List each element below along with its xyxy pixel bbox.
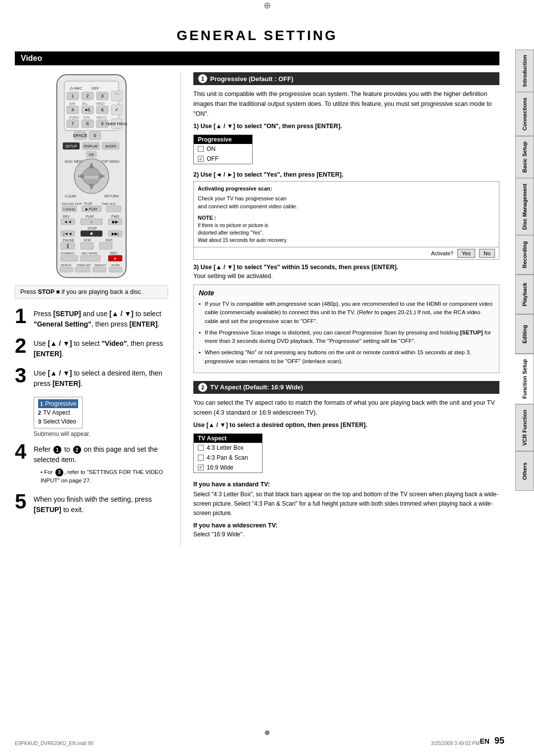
sidebar-tab-connections[interactable]: Connections [515,92,534,136]
column-divider [180,72,181,546]
right-column: 1 Progressive (Default : OFF) This unit … [193,72,499,546]
letterbox-item: 4:3 Letter Box [194,443,262,453]
step4-text: Refer 1 to 2 on this page and set the se… [34,441,168,485]
svg-text:0: 0 [93,133,96,138]
svg-text:SPACE: SPACE [73,133,88,138]
section2-instruction: Use [▲ / ▼] to select a desired option, … [193,422,499,428]
remote-area: @/ ABC DEF 1 2 3 ⌒ GHI JKL MNO [15,72,168,280]
svg-text:●5: ●5 [85,107,90,112]
standard-tv-text: Select "4:3 Letter Box", so that black b… [193,490,499,519]
submenu-item-select-video: 3 Select Video [38,417,78,426]
sidebar-tab-editing[interactable]: Editing [515,314,534,354]
svg-text:7: 7 [71,121,74,126]
submenu-area: 1 Progressive 2 TV Aspect 3 Select Video… [34,395,168,437]
svg-rect-86 [99,242,112,249]
step2-number: 2 [15,335,30,356]
step2-block: 2 Use [▲ / ▼] to select "Video", then pr… [15,335,168,359]
panscan-checkbox [198,455,204,461]
no-button[interactable]: No [479,249,495,258]
two-col-layout: @/ ABC DEF 1 2 3 ⌒ GHI JKL MNO [15,72,499,546]
svg-text:ABC: ABC [74,86,83,91]
step3-number: 3 [15,365,30,386]
sidebar-tab-others[interactable]: Others [515,451,534,491]
svg-text:DVD: DVD [105,238,113,242]
press-stop-note: Press STOP ■ Press STOP ■ if you are pla… [15,285,168,299]
widescreen-tv-title: If you have a widescreen TV: [193,522,499,529]
sidebar-tab-basic-setup[interactable]: Basic Setup [515,136,534,178]
svg-text:▶▶: ▶▶ [112,220,119,224]
standard-tv-section: If you have a standard TV: Select "4:3 L… [193,481,499,519]
tv-aspect-box: TV Aspect 4:3 Letter Box 4:3 Pan & Scan … [193,433,263,473]
panscan-item: 4:3 Pan & Scan [194,453,262,463]
svg-text:CLEAR: CLEAR [65,194,76,198]
svg-text:WXYZ: WXYZ [96,116,107,119]
bottom-decoration: ⊕ [265,729,270,736]
svg-text:2: 2 [86,94,89,98]
svg-text:SEARCH: SEARCH [94,264,106,267]
svg-text:TIMER PROG.: TIMER PROG. [105,122,128,126]
svg-text:1.3x/0.8x: 1.3x/0.8x [63,208,75,211]
svg-rect-92 [61,255,78,261]
svg-text:✓: ✓ [115,107,119,112]
letterbox-checkbox [198,445,204,451]
section1-title: Progressive (Default : OFF) [210,75,293,83]
submenu-appear-text: Submenu will appear. [34,430,168,437]
sidebar-tab-vcr-function[interactable]: VCR Function [515,404,534,451]
svg-text:⌒: ⌒ [114,93,119,98]
svg-text:JKL: JKL [82,102,88,105]
progressive-off-item: ✓ OFF [194,154,252,164]
note-box: Note If your TV is compatible with progr… [193,284,499,373]
sidebar-tab-introduction[interactable]: Introduction [515,49,534,92]
widescreen-tv-text: Select "16:9 Wide". [193,531,499,538]
sidebar-tab-recording[interactable]: Recording [515,235,534,275]
page-number: 95 [494,736,504,746]
progressive-header: 1 Progressive (Default : OFF) [193,72,499,85]
page-container: ⊕ GENERAL SETTING Video @/ A [0,0,534,756]
step3-block: 3 Use [▲ / ▼] to select a desired item, … [15,365,168,389]
page-number-area: EN 95 [480,736,505,746]
main-content: GENERAL SETTING Video @/ ABC DEF [0,13,514,556]
section2-intro: You can select the TV aspect ratio to ma… [193,398,499,418]
svg-text:TIME SLIP: TIME SLIP [101,202,116,205]
submenu-item-progressive: 1 Progressive [38,399,78,408]
en-label: EN [480,737,490,745]
section1-step3-instruction: 3) Use [▲ / ▼] to select "Yes" within 15… [193,264,499,271]
on-checkbox [198,146,204,152]
progressive-box-header: Progressive [194,135,252,144]
svg-text:ENTER: ENTER [85,175,98,180]
svg-rect-103 [109,267,122,272]
svg-text:PQRS: PQRS [69,116,79,120]
svg-rect-85 [81,242,93,249]
svg-text:REV: REV [63,215,70,218]
step3-activated-note: Your setting will be activated. [193,273,499,280]
submenu-box: 1 Progressive 2 TV Aspect 3 Select Video [34,397,83,428]
step5-text: When you finish with the setting, press … [34,491,168,515]
yes-button[interactable]: Yes [457,249,475,258]
svg-text:|◄◄: |◄◄ [63,232,72,236]
svg-text:INSTANT SKIP: INSTANT SKIP [62,202,82,205]
svg-text:4: 4 [71,107,74,112]
sidebar-tab-disc-management[interactable]: Disc Management [515,178,534,236]
svg-text:PLAY: PLAY [86,215,94,218]
sidebar-tab-playback[interactable]: Playback [515,275,534,314]
svg-text:AUDIO: AUDIO [105,144,117,148]
section1-step2-instruction: 2) Use [◄ / ►] to select "Yes", then pre… [193,171,499,178]
step4-note: • For 3, refer to "SETTINGS FOR THE VIDE… [34,468,168,485]
wide-checkbox: ✓ [198,465,204,471]
svg-text:REC: REC [110,251,118,255]
remote-image: @/ ABC DEF 1 2 3 ⌒ GHI JKL MNO [42,72,141,280]
section1-step1-instruction: 1) Use [▲ / ▼] to select "ON", then pres… [193,123,499,130]
tv-aspect-header: 2 TV Aspect (Default: 16:9 Wide) [193,381,499,394]
footer-date: 3/25/2009 3:49:02 PM [431,741,480,746]
svg-text:9: 9 [101,121,103,126]
tv-aspect-box-header: TV Aspect [194,434,262,443]
svg-text:■: ■ [90,231,92,236]
svg-text:8: 8 [86,121,89,126]
sidebar-tab-function-setup[interactable]: Function Setup [515,354,534,404]
svg-text:PAUSE: PAUSE [63,238,75,242]
svg-text:●: ● [114,256,117,261]
svg-text:▶ PLAY: ▶ PLAY [86,207,98,211]
progressive-box: Progressive ON ✓ OFF [193,135,253,164]
svg-text:FWD: FWD [111,215,119,218]
widescreen-tv-section: If you have a widescreen TV: Select "16:… [193,522,499,538]
